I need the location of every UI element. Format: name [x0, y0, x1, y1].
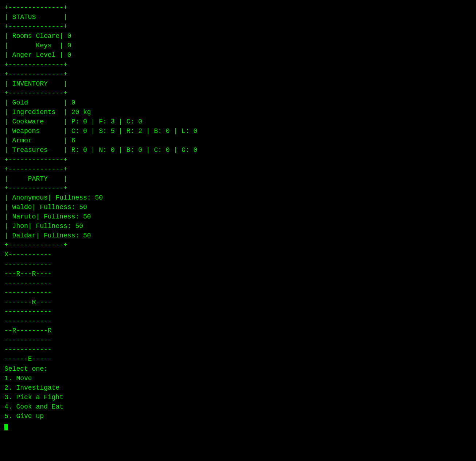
terminal-text: +--------------+ | STATUS | +-----------…	[4, 3, 472, 421]
terminal-output: +--------------+ | STATUS | +-----------…	[4, 3, 472, 430]
cursor	[4, 424, 8, 430]
